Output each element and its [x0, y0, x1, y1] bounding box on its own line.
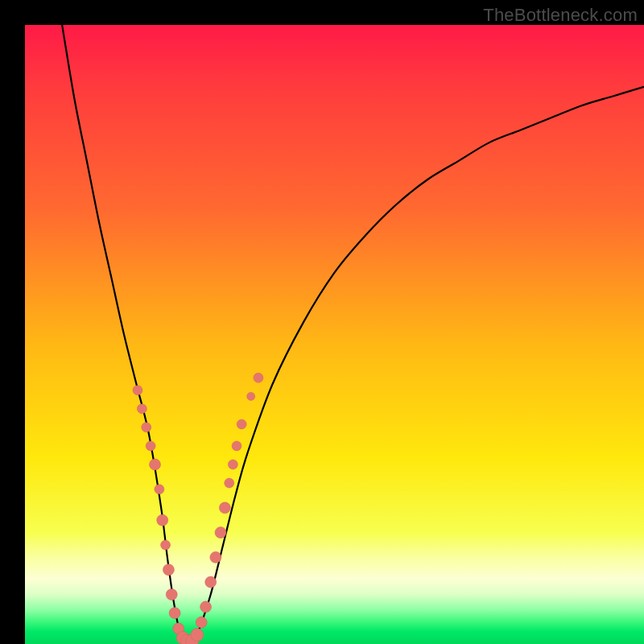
scatter-dot [191, 628, 204, 641]
scatter-dot [219, 502, 230, 514]
scatter-dot [155, 485, 164, 494]
scatter-dot [210, 551, 221, 563]
scatter-dot [133, 386, 142, 395]
scatter-dot [157, 514, 168, 526]
scatter-dot [200, 601, 212, 613]
watermark-text: TheBottleneck.com [483, 5, 638, 26]
scatter-dot [196, 617, 207, 628]
scatter-dot [228, 460, 237, 469]
scatter-dot [247, 392, 255, 400]
scatter-group [133, 373, 263, 644]
scatter-dot [225, 478, 234, 488]
chart-frame: TheBottleneck.com [0, 0, 644, 644]
scatter-dot [161, 540, 171, 550]
scatter-dot [137, 404, 147, 414]
scatter-dot [254, 373, 263, 382]
scatter-dot [163, 564, 174, 576]
scatter-dot [146, 441, 155, 451]
scatter-dot [166, 588, 177, 600]
scatter-dot [215, 527, 226, 539]
scatter-dot [142, 423, 151, 432]
scatter-dot [232, 441, 242, 451]
bottleneck-curve-path [62, 25, 644, 644]
plot-area [25, 25, 644, 644]
curve-svg [25, 25, 644, 644]
scatter-dot [169, 608, 180, 619]
scatter-dot [237, 419, 246, 429]
scatter-dot [205, 576, 217, 588]
scatter-dot [149, 459, 160, 470]
